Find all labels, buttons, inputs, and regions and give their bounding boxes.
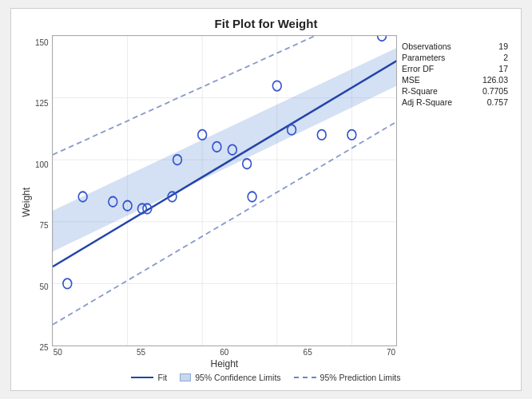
legend-conf-label: 95% Confidence Limits xyxy=(195,373,280,382)
parameters-label: Parameters xyxy=(402,53,445,62)
observations-value: 19 xyxy=(498,41,508,51)
mse-label: MSE xyxy=(402,75,420,85)
y-tick-75: 75 xyxy=(40,221,49,230)
error-df-value: 17 xyxy=(498,64,508,73)
y-tick-150: 150 xyxy=(35,38,49,47)
adj-rsquare-label: Adj R-Square xyxy=(402,97,452,107)
chart-title: Fit Plot for Weight xyxy=(215,17,318,30)
x-axis-ticks: 50 55 60 65 70 xyxy=(52,346,397,357)
x-tick-65: 65 xyxy=(304,348,312,357)
chart-body: Weight 150 125 100 75 50 25 xyxy=(19,35,513,369)
x-tick-60: 60 xyxy=(220,348,228,357)
y-tick-125: 125 xyxy=(35,99,49,108)
legend-fit-line xyxy=(131,377,153,378)
stats-row-rsquare: R-Square 0.7705 xyxy=(402,86,508,96)
x-axis-label: Height xyxy=(52,358,397,369)
x-tick-50: 50 xyxy=(54,348,62,357)
stats-row-observations: Observations 19 xyxy=(402,41,508,51)
plot-area-wrapper: 150 125 100 75 50 25 xyxy=(35,35,397,369)
mse-value: 126.03 xyxy=(482,75,508,85)
legend-item-fit: Fit xyxy=(131,373,167,382)
plot-column: 50 55 60 65 70 Height xyxy=(52,35,397,369)
rsquare-value: 0.7705 xyxy=(482,86,508,96)
stats-row-mse: MSE 126.03 xyxy=(402,75,508,85)
x-tick-70: 70 xyxy=(387,348,395,357)
legend-item-pred: 95% Prediction Limits xyxy=(294,373,401,382)
y-axis-label: Weight xyxy=(19,35,34,369)
y-tick-25: 25 xyxy=(40,343,49,352)
y-axis-ticks: 150 125 100 75 50 25 xyxy=(35,35,52,369)
x-tick-55: 55 xyxy=(137,348,145,357)
observations-label: Observations xyxy=(402,41,451,51)
stats-row-adj-rsquare: Adj R-Square 0.757 xyxy=(402,97,508,107)
stats-panel: Observations 19 Parameters 2 Error DF 17… xyxy=(397,35,513,369)
stats-row-error-df: Error DF 17 xyxy=(402,64,508,73)
plot-and-stats: 150 125 100 75 50 25 xyxy=(35,35,513,369)
legend-item-conf: 95% Confidence Limits xyxy=(180,373,280,382)
legend-conf-box xyxy=(180,373,191,381)
chart-container: Fit Plot for Weight Weight 150 125 100 7… xyxy=(10,8,522,391)
plot-svg xyxy=(53,36,396,346)
rsquare-label: R-Square xyxy=(402,86,438,96)
stats-row-parameters: Parameters 2 xyxy=(402,53,508,62)
y-tick-50: 50 xyxy=(40,282,49,291)
error-df-label: Error DF xyxy=(402,64,434,73)
plot-svg-container xyxy=(52,35,397,346)
legend-pred-label: 95% Prediction Limits xyxy=(320,373,401,382)
legend: Fit 95% Confidence Limits 95% Prediction… xyxy=(131,373,400,382)
parameters-value: 2 xyxy=(503,53,508,62)
legend-pred-line xyxy=(294,377,316,378)
legend-fit-label: Fit xyxy=(157,373,167,382)
y-tick-100: 100 xyxy=(35,160,49,169)
adj-rsquare-value: 0.757 xyxy=(487,97,508,107)
